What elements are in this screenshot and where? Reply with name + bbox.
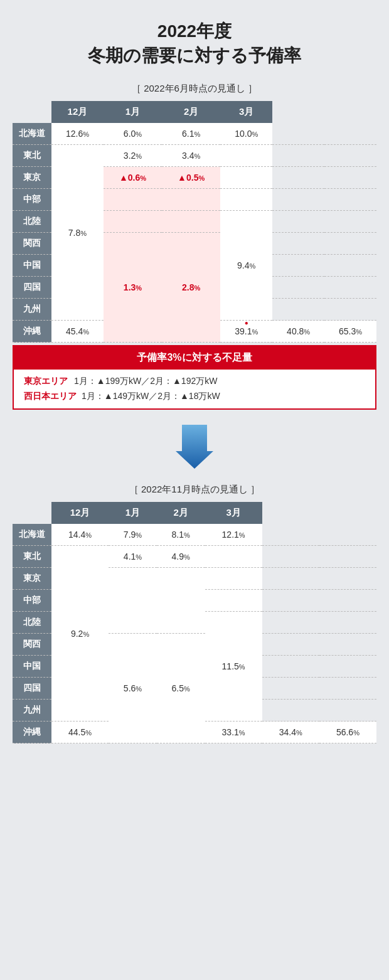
region-hokkaido: 北海道 (13, 123, 51, 145)
arrow-down-icon (176, 425, 213, 469)
col-dec-1: 12月 (51, 101, 104, 123)
region2-kansai: 関西 (13, 634, 51, 656)
region-chubu: 中部 (13, 189, 51, 211)
alert-header: 予備率3%に対する不足量 (14, 346, 375, 370)
alert-area-west: 西日本エリア (24, 391, 77, 402)
region2-hokuriku: 北陸 (13, 612, 51, 634)
alert-body: 東京エリア 1月：▲199万kW／2月：▲192万kW 西日本エリア 1月：▲1… (14, 370, 375, 408)
region2-tohoku: 東北 (13, 546, 51, 568)
table-row: 東北 7.8% 3.2% 3.4% (13, 145, 376, 167)
col-feb-1: 2月 (162, 101, 220, 123)
region2-kyushu: 九州 (13, 700, 51, 722)
table1-wrap: 12月 1月 2月 3月 北海道 12.6% 6.0% 6.1% 10.0% 東… (13, 101, 376, 343)
col-jan-2: 1月 (109, 502, 157, 524)
alert-area-tokyo: 東京エリア (24, 376, 69, 387)
table2-wrap: 12月 1月 2月 3月 北海道 14.4% 7.9% 8.1% 12.1% 東… (13, 502, 376, 743)
region-okinawa: 沖縄 (13, 321, 51, 343)
section2-label: ［ 2022年11月時点の見通し ］ (129, 484, 260, 496)
region2-tokyo: 東京 (13, 568, 51, 590)
region2-shikoku: 四国 (13, 678, 51, 700)
table2: 12月 1月 2月 3月 北海道 14.4% 7.9% 8.1% 12.1% 東… (13, 502, 376, 743)
section1-label: ［ 2022年6月時点の見通し ］ (132, 83, 257, 95)
alert-values-west: 1月：▲149万kW／2月：▲18万kW (82, 391, 220, 402)
region-chugoku: 中国 (13, 255, 51, 277)
table-row: 北海道 12.6% 6.0% 6.1% 10.0% (13, 123, 376, 145)
col-jan-1: 1月 (104, 101, 162, 123)
svg-marker-0 (176, 425, 213, 469)
region-hokuriku: 北陸 (13, 211, 51, 233)
col-feb-2: 2月 (157, 502, 205, 524)
region-kansai: 関西 (13, 233, 51, 255)
region2-chubu: 中部 (13, 590, 51, 612)
region2-chugoku: 中国 (13, 656, 51, 678)
col-mar-2: 3月 (205, 502, 262, 524)
table1: 12月 1月 2月 3月 北海道 12.6% 6.0% 6.1% 10.0% 東… (13, 101, 376, 343)
table-row: 北海道 14.4% 7.9% 8.1% 12.1% (13, 524, 376, 546)
col-dec-2: 12月 (51, 502, 109, 524)
region-tokyo: 東京 (13, 167, 51, 189)
region-kyushu: 九州 (13, 299, 51, 321)
region2-hokkaido: 北海道 (13, 524, 51, 546)
alert-row-tokyo: 東京エリア 1月：▲199万kW／2月：▲192万kW (24, 376, 365, 387)
col-mar-1: 3月 (220, 101, 272, 123)
table-row: 東北 9.2% 4.1% 4.9% (13, 546, 376, 568)
region-shikoku: 四国 (13, 277, 51, 299)
main-title: 2022年度 冬期の需要に対する予備率 (88, 19, 301, 68)
alert-values-tokyo: 1月：▲199万kW／2月：▲192万kW (74, 376, 217, 387)
region-tohoku: 東北 (13, 145, 51, 167)
region2-okinawa: 沖縄 (13, 722, 51, 743)
alert-box: 予備率3%に対する不足量 東京エリア 1月：▲199万kW／2月：▲192万kW… (13, 345, 376, 410)
alert-row-west: 西日本エリア 1月：▲149万kW／2月：▲18万kW (24, 391, 365, 402)
